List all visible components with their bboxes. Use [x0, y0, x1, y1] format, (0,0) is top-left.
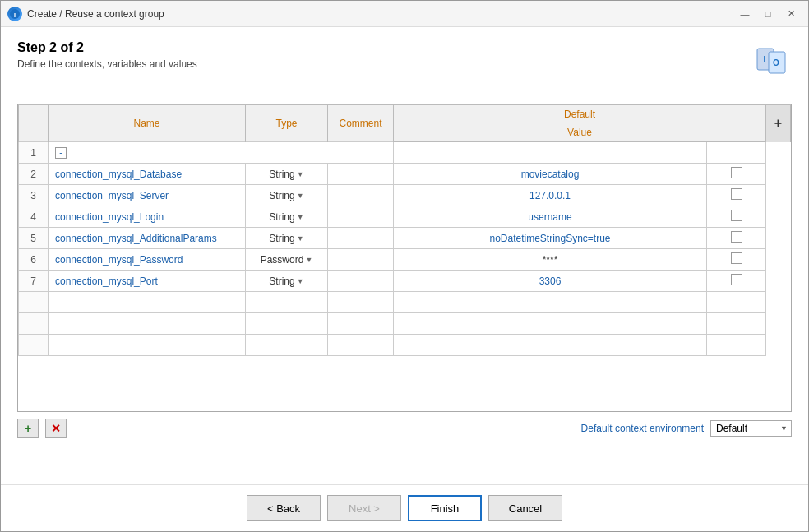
collapse-button-1[interactable]: -: [55, 147, 67, 159]
row-type-5[interactable]: String▼: [246, 228, 328, 249]
row-num-1: 1: [19, 142, 49, 164]
context-env-select[interactable]: Default Production Development: [710, 420, 792, 437]
variables-table-container: Name Type Comment Default + Value: [17, 104, 792, 412]
col-header-add[interactable]: +: [766, 105, 791, 142]
app-icon: i: [7, 7, 22, 21]
svg-text:O: O: [773, 58, 779, 67]
row-num-2: 2: [19, 164, 49, 185]
row-comment-5: [328, 228, 394, 249]
table-row: 4 connection_mysql_Login String▼ usernam…: [19, 206, 791, 228]
row-value-3[interactable]: 127.0.0.1: [394, 185, 707, 206]
row-name-5[interactable]: connection_mysql_AdditionalParams: [49, 228, 246, 249]
row-comment-2: [328, 164, 394, 185]
context-env-select-wrapper: Default Production Development: [710, 420, 792, 437]
spacer: [1, 451, 808, 484]
cancel-button[interactable]: Cancel: [488, 495, 562, 521]
table-row: 5 connection_mysql_AdditionalParams Stri…: [19, 228, 791, 249]
variables-table: Name Type Comment Default + Value: [18, 104, 791, 356]
step-title: Step 2 of 2: [17, 40, 197, 55]
row-value-4[interactable]: username: [394, 206, 707, 228]
minimize-button[interactable]: —: [734, 6, 756, 22]
row-check-6[interactable]: [707, 249, 766, 271]
row-value-6[interactable]: ****: [394, 249, 707, 271]
row-name-4[interactable]: connection_mysql_Login: [49, 206, 246, 228]
table-row-empty: [19, 335, 791, 356]
row-num-6: 6: [19, 249, 49, 271]
table-row: 2 connection_mysql_Database String▼ movi…: [19, 164, 791, 185]
row-type-7[interactable]: String▼: [246, 271, 328, 292]
row-num-3: 3: [19, 185, 49, 206]
col-header-value: Value: [394, 123, 766, 142]
row-comment-7: [328, 271, 394, 292]
row-num-4: 4: [19, 206, 49, 228]
row-type-4[interactable]: String▼: [246, 206, 328, 228]
row-value-5[interactable]: noDatetimeStringSync=true: [394, 228, 707, 249]
title-bar-text: Create / Reuse a context group: [27, 8, 729, 20]
remove-row-button[interactable]: ✕: [45, 419, 67, 438]
svg-text:I: I: [764, 55, 766, 64]
row-comment-6: [328, 249, 394, 271]
close-button[interactable]: ✕: [780, 6, 802, 22]
row-name-7[interactable]: connection_mysql_Port: [49, 271, 246, 292]
row-type-2[interactable]: String▼: [246, 164, 328, 185]
col-header-name: Name: [49, 105, 246, 142]
add-row-button[interactable]: +: [17, 419, 39, 438]
row-check-3[interactable]: [707, 185, 766, 206]
table-row-empty: [19, 313, 791, 335]
row-value-1: [394, 142, 707, 164]
row-type-3[interactable]: String▼: [246, 185, 328, 206]
main-body: Name Type Comment Default + Value: [1, 90, 808, 451]
row-check-2[interactable]: [707, 164, 766, 185]
row-name-3[interactable]: connection_mysql_Server: [49, 185, 246, 206]
back-button[interactable]: < Back: [247, 495, 321, 521]
next-button[interactable]: Next >: [327, 495, 401, 521]
row-check-4[interactable]: [707, 206, 766, 228]
context-env-label: Default context environment: [581, 423, 704, 434]
row-num-5: 5: [19, 228, 49, 249]
title-bar-controls: — □ ✕: [734, 6, 802, 22]
row-check-7[interactable]: [707, 271, 766, 292]
row-comment-3: [328, 185, 394, 206]
content-area: Step 2 of 2 Define the contexts, variabl…: [1, 27, 808, 531]
main-window: i Create / Reuse a context group — □ ✕ S…: [0, 0, 809, 532]
col-header-default: Default: [394, 105, 766, 124]
title-bar: i Create / Reuse a context group — □ ✕: [1, 1, 808, 27]
header-left: Step 2 of 2 Define the contexts, variabl…: [17, 40, 197, 70]
row-value-2[interactable]: moviecatalog: [394, 164, 707, 185]
col-header-num: [19, 105, 49, 142]
row-comment-4: [328, 206, 394, 228]
row-check-5[interactable]: [707, 228, 766, 249]
col-header-type: Type: [246, 105, 328, 142]
row-type-6[interactable]: Password▼: [246, 249, 328, 271]
footer: < Back Next > Finish Cancel: [1, 484, 808, 531]
finish-button[interactable]: Finish: [408, 495, 482, 521]
svg-text:i: i: [14, 11, 16, 19]
col-header-comment: Comment: [328, 105, 394, 142]
maximize-button[interactable]: □: [757, 6, 779, 22]
table-row-empty: [19, 292, 791, 313]
row-name-6[interactable]: connection_mysql_Password: [49, 249, 246, 271]
row-value-7[interactable]: 3306: [394, 271, 707, 292]
table-row: 6 connection_mysql_Password Password▼ **…: [19, 249, 791, 271]
step-desc: Define the contexts, variables and value…: [17, 58, 197, 70]
bottom-bar: + ✕ Default context environment Default …: [17, 412, 792, 438]
table-row: 3 connection_mysql_Server String▼ 127.0.…: [19, 185, 791, 206]
row-num-7: 7: [19, 271, 49, 292]
row-name-1[interactable]: -: [49, 142, 394, 164]
header-icon: I O: [751, 40, 792, 81]
header: Step 2 of 2 Define the contexts, variabl…: [1, 27, 808, 90]
table-row: 1 -: [19, 142, 791, 164]
table-row: 7 connection_mysql_Port String▼ 3306: [19, 271, 791, 292]
row-check-1: [707, 142, 766, 164]
row-name-2[interactable]: connection_mysql_Database: [49, 164, 246, 185]
